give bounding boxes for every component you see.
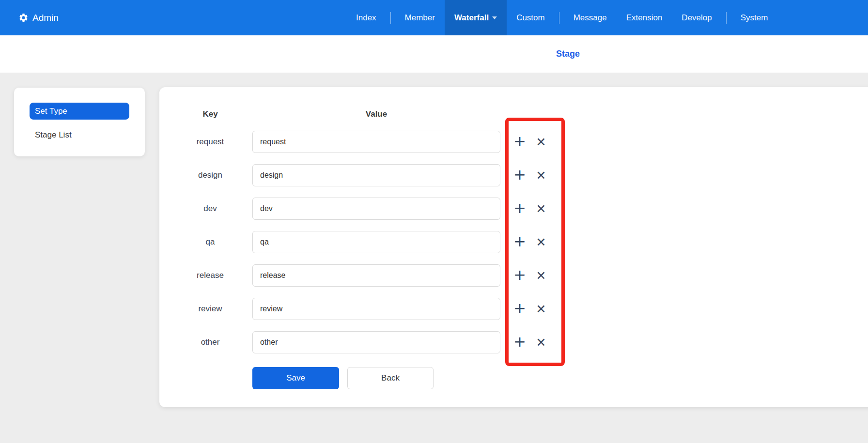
form-row: review + ✕ [159,298,595,320]
key-label: other [186,331,234,353]
value-column-header: Value [252,108,500,120]
key-label: design [186,164,234,186]
nav-item-label: Develop [682,13,712,23]
value-input[interactable] [252,264,500,287]
nav-item-label: Index [356,13,376,23]
sidebar-item-stage-list[interactable]: Stage List [30,126,129,143]
nav-item-develop[interactable]: Develop [672,0,721,35]
nav-item-index[interactable]: Index [346,0,386,35]
form-row: release + ✕ [159,264,595,287]
form-row: design + ✕ [159,164,595,186]
x-icon[interactable]: ✕ [532,298,550,320]
sidebar-item-label: Stage List [35,130,72,139]
sidebar-item-set-type[interactable]: Set Type [30,103,129,120]
key-label: review [186,298,234,320]
form-row: dev + ✕ [159,198,595,220]
nav-item-label: System [741,13,768,23]
nav-menu: Index Member Waterfall Custom Message Ex… [346,0,777,35]
form-card: Key Value request + ✕ design + ✕ dev + ✕… [159,87,868,407]
nav-item-waterfall[interactable]: Waterfall [445,0,507,35]
nav-divider [559,12,559,24]
plus-icon[interactable]: + [511,264,528,287]
form-row: qa + ✕ [159,231,595,253]
value-input[interactable] [252,131,500,153]
stage-title[interactable]: Stage [556,35,580,73]
sidebar-item-label: Set Type [35,107,67,116]
plus-icon[interactable]: + [511,331,528,353]
x-icon[interactable]: ✕ [532,131,550,153]
nav-item-label: Extension [626,13,663,23]
subheader: Stage [0,35,868,73]
value-input[interactable] [252,198,500,220]
value-input[interactable] [252,231,500,253]
key-label: qa [186,231,234,253]
form-row: request + ✕ [159,131,595,153]
value-input[interactable] [252,331,500,353]
plus-icon[interactable]: + [511,164,528,186]
x-icon[interactable]: ✕ [532,264,550,287]
key-label: release [186,264,234,287]
brand[interactable]: Admin [18,0,59,35]
key-label: dev [186,198,234,220]
x-icon[interactable]: ✕ [532,231,550,253]
nav-item-message[interactable]: Message [564,0,617,35]
nav-item-label: Message [574,13,607,23]
nav-item-label: Waterfall [454,13,489,23]
value-input[interactable] [252,298,500,320]
nav-divider [390,12,391,24]
chevron-down-icon [492,16,497,19]
brand-label: Admin [32,13,59,23]
back-button[interactable]: Back [347,367,434,389]
x-icon[interactable]: ✕ [532,331,550,353]
key-column-header: Key [186,108,234,120]
save-button[interactable]: Save [252,367,339,389]
form-row: other + ✕ [159,331,595,353]
sidebar: Set Type Stage List [14,88,145,156]
plus-icon[interactable]: + [511,231,528,253]
x-icon[interactable]: ✕ [532,198,550,220]
plus-icon[interactable]: + [511,131,528,153]
nav-item-member[interactable]: Member [395,0,445,35]
gear-icon [18,13,29,23]
plus-icon[interactable]: + [511,198,528,220]
plus-icon[interactable]: + [511,298,528,320]
nav-item-label: Member [405,13,435,23]
nav-item-custom[interactable]: Custom [507,0,555,35]
navbar: Admin Index Member Waterfall Custom Mess… [0,0,868,35]
key-label: request [186,131,234,153]
nav-item-label: Custom [516,13,545,23]
nav-divider [726,12,727,24]
nav-item-system[interactable]: System [731,0,778,35]
value-input[interactable] [252,164,500,186]
nav-item-extension[interactable]: Extension [617,0,672,35]
x-icon[interactable]: ✕ [532,164,550,186]
